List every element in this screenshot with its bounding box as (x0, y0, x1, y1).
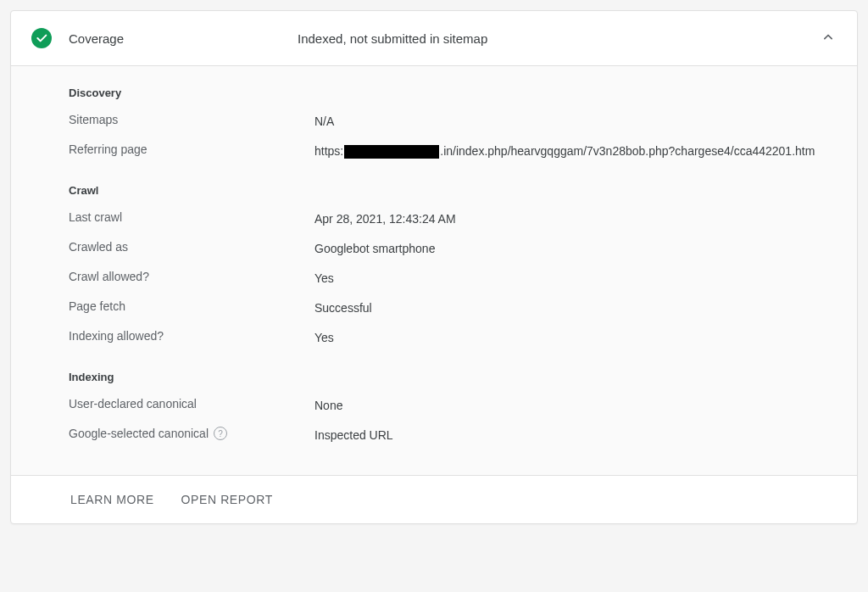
label-user-canonical: User-declared canonical (69, 397, 314, 410)
card-footer: LEARN MORE OPEN REPORT (11, 476, 857, 523)
header-title: Coverage (69, 31, 298, 46)
redacted-domain (344, 145, 439, 159)
value-indexing-allowed: Yes (314, 329, 837, 347)
row-last-crawl: Last crawl Apr 28, 2021, 12:43:24 AM (69, 210, 837, 228)
row-referring-page: Referring page https:.in/index.php/hearv… (69, 142, 837, 160)
row-indexing-allowed: Indexing allowed? Yes (69, 329, 837, 347)
label-crawl-allowed: Crawl allowed? (69, 270, 314, 283)
label-referring-page: Referring page (69, 142, 314, 156)
referring-prefix: https: (314, 144, 343, 158)
section-crawl: Crawl Last crawl Apr 28, 2021, 12:43:24 … (69, 184, 837, 347)
status-success-icon (31, 28, 52, 48)
section-title-crawl: Crawl (69, 184, 837, 197)
value-sitemaps: N/A (314, 113, 837, 131)
section-title-indexing: Indexing (69, 371, 837, 383)
section-title-discovery: Discovery (69, 87, 837, 99)
coverage-card: Coverage Indexed, not submitted in sitem… (10, 10, 858, 524)
value-google-canonical: Inspected URL (314, 427, 837, 444)
row-crawl-allowed: Crawl allowed? Yes (69, 270, 837, 288)
label-crawled-as: Crawled as (69, 240, 314, 254)
label-google-canonical-text: Google-selected canonical (69, 427, 209, 440)
card-header[interactable]: Coverage Indexed, not submitted in sitem… (11, 11, 857, 66)
header-status: Indexed, not submitted in sitemap (298, 31, 820, 46)
value-page-fetch: Successful (314, 299, 837, 317)
referring-suffix: .in/index.php/hearvgqggam/7v3n28bob.php?… (440, 144, 815, 158)
label-google-canonical: Google-selected canonical ? (69, 427, 314, 440)
open-report-button[interactable]: OPEN REPORT (180, 488, 275, 511)
help-icon[interactable]: ? (214, 427, 227, 440)
label-last-crawl: Last crawl (69, 210, 314, 224)
row-user-canonical: User-declared canonical None (69, 397, 837, 415)
section-discovery: Discovery Sitemaps N/A Referring page ht… (69, 87, 837, 160)
value-user-canonical: None (314, 397, 837, 415)
label-page-fetch: Page fetch (69, 299, 314, 313)
row-crawled-as: Crawled as Googlebot smartphone (69, 240, 837, 258)
row-page-fetch: Page fetch Successful (69, 299, 837, 317)
card-body: Discovery Sitemaps N/A Referring page ht… (11, 66, 857, 476)
value-last-crawl: Apr 28, 2021, 12:43:24 AM (314, 210, 837, 228)
section-indexing: Indexing User-declared canonical None Go… (69, 371, 837, 444)
value-crawl-allowed: Yes (314, 270, 837, 288)
label-sitemaps: Sitemaps (69, 113, 314, 126)
value-crawled-as: Googlebot smartphone (314, 240, 837, 258)
learn-more-button[interactable]: LEARN MORE (69, 488, 156, 511)
label-indexing-allowed: Indexing allowed? (69, 329, 314, 343)
row-sitemaps: Sitemaps N/A (69, 113, 837, 131)
value-referring-page: https:.in/index.php/hearvgqggam/7v3n28bo… (314, 142, 837, 160)
chevron-up-icon (820, 29, 837, 48)
row-google-canonical: Google-selected canonical ? Inspected UR… (69, 427, 837, 444)
